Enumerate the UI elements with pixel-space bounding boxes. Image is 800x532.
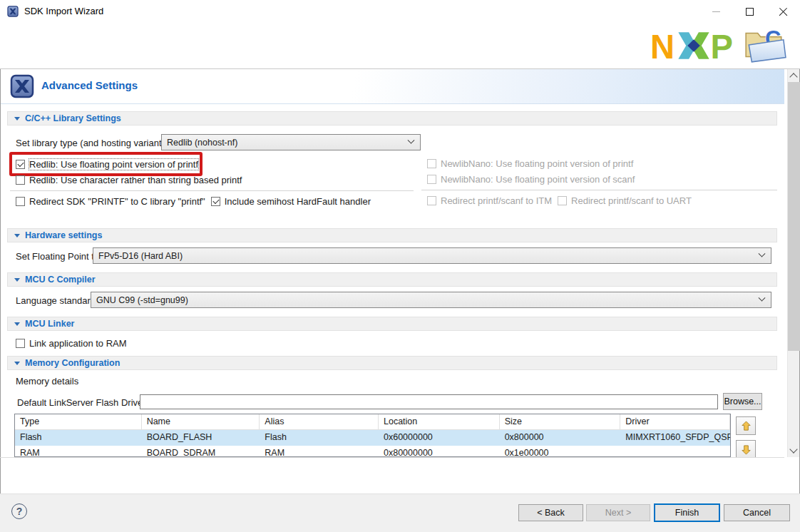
table-cell: 0x80000000 (379, 446, 500, 457)
flash-driver-label: Default LinkServer Flash Driver (17, 397, 146, 408)
checkbox-label-semihost-hardfault: Include semihost HardFault handler (225, 196, 371, 207)
table-cell (620, 446, 730, 457)
mcuxpresso-app-icon (7, 6, 19, 17)
c-folder-icon: C (743, 24, 787, 66)
column-header-size[interactable]: Size (500, 414, 621, 429)
table-cell: 0x1e00000 (500, 446, 621, 457)
table-cell: 0x800000 (500, 430, 621, 446)
checkbox-label-redirect-sdk-printf: Redirect SDK "PRINTF" to C library "prin… (29, 196, 205, 207)
divider (0, 457, 784, 458)
column-header-location[interactable]: Location (379, 414, 500, 429)
checkbox-label-newlibnano-float-printf: NewlibNano: Use floating point version o… (441, 158, 633, 169)
checkbox-label-redirect-itm: Redirect printf/scanf to ITM (441, 195, 552, 206)
checkbox-label-redirect-uart: Redirect printf/scanf to UART (571, 195, 692, 206)
titlebar: SDK Import Wizard (0, 0, 800, 23)
back-button[interactable]: < Back (518, 504, 583, 521)
scroll-up-icon[interactable] (789, 73, 797, 81)
nxp-logo: N P (652, 27, 736, 64)
library-type-label: Set library type (and hosting variant) (16, 138, 165, 148)
library-type-select[interactable]: Redlib (nohost-nf) (161, 134, 421, 150)
checkbox-redirect-sdk-printf[interactable] (16, 197, 25, 206)
checkbox-row-link-to-ram: Link application to RAM (16, 336, 127, 350)
vertical-scrollbar[interactable] (787, 69, 799, 457)
section-title: C/C++ Library Settings (25, 113, 121, 123)
chevron-down-icon (759, 250, 766, 257)
column-header-type[interactable]: Type (15, 414, 142, 429)
collapse-triangle-icon (14, 278, 20, 282)
scroll-down-icon[interactable] (789, 445, 797, 453)
section-hardware-settings[interactable]: Hardware settings (7, 228, 777, 242)
table-cell: RAM (260, 446, 379, 457)
checkbox-label-newlibnano-float-scanf: NewlibNano: Use floating point version o… (441, 174, 635, 185)
table-cell: RAM (15, 446, 142, 457)
checkbox-newlibnano-float-scanf (427, 175, 436, 184)
banner: N P C (0, 23, 800, 68)
memory-table-header: TypeNameAliasLocationSizeDriver (15, 414, 730, 430)
checkbox-row-newlibnano-float-scanf: NewlibNano: Use floating point version o… (427, 172, 635, 186)
table-row[interactable]: FlashBOARD_FLASHFlash0x600000000x800000M… (15, 430, 730, 446)
arrow-up-icon (741, 421, 752, 431)
next-button: Next > (586, 504, 650, 521)
table-cell: Flash (15, 430, 142, 446)
section-title: Hardware settings (25, 230, 102, 240)
language-standard-value: GNU C99 (-std=gnu99) (96, 295, 188, 305)
separator (421, 190, 777, 190)
finish-button[interactable]: Finish (654, 503, 720, 522)
section-title: MCU Linker (25, 319, 74, 329)
chevron-down-icon (408, 137, 415, 144)
checkbox-redlib-char-printf[interactable] (16, 175, 25, 185)
checkbox-link-to-ram[interactable] (16, 339, 25, 348)
table-cell: BOARD_SDRAM (142, 446, 260, 457)
nxp-letter-x-icon (678, 32, 709, 58)
close-icon (779, 7, 788, 16)
help-icon: ? (16, 506, 23, 517)
checkbox-row-semihost-hardfault: Include semihost HardFault handler (211, 194, 371, 208)
help-button[interactable]: ? (11, 503, 27, 519)
checkbox-row-newlibnano-float-printf: NewlibNano: Use floating point version o… (427, 156, 633, 170)
fpu-select[interactable]: FPv5-D16 (Hard ABI) (93, 247, 771, 264)
sdk-import-wizard-window: SDK Import Wizard N P C (0, 0, 800, 532)
wizard-header: Advanced Settings (1, 69, 784, 104)
library-type-value: Redlib (nohost-nf) (167, 138, 237, 148)
checkbox-redirect-uart (558, 196, 567, 205)
section-mcu-c-compiler[interactable]: MCU C Compiler (7, 272, 777, 287)
checkbox-row-redlib-float-printf: Redlib: Use floating point version of pr… (16, 157, 198, 171)
close-button[interactable] (766, 0, 800, 23)
checkbox-redlib-float-printf[interactable] (16, 160, 25, 169)
checkbox-label-link-to-ram: Link application to RAM (29, 338, 127, 349)
advanced-settings-icon (10, 74, 34, 98)
footer: ? < Back Next > Finish Cancel (0, 493, 800, 532)
checkbox-row-redlib-char-printf: Redlib: Use character rather than string… (16, 173, 242, 187)
checkbox-row-redirect-sdk-printf: Redirect SDK "PRINTF" to C library "prin… (16, 194, 205, 208)
nxp-letter-n: N (652, 28, 675, 64)
minimize-button[interactable] (699, 0, 733, 23)
column-header-alias[interactable]: Alias (260, 414, 379, 429)
language-standard-select[interactable]: GNU C99 (-std=gnu99) (91, 292, 771, 308)
section-library-settings[interactable]: C/C++ Library Settings (7, 111, 777, 126)
column-header-driver[interactable]: Driver (620, 414, 730, 429)
cancel-button[interactable]: Cancel (724, 504, 790, 521)
table-row[interactable]: RAMBOARD_SDRAMRAM0x800000000x1e00000 (15, 446, 730, 457)
memory-table-body: FlashBOARD_FLASHFlash0x600000000x800000M… (15, 430, 730, 457)
checkbox-semihost-hardfault[interactable] (211, 197, 220, 206)
flash-driver-input[interactable] (140, 394, 718, 409)
table-cell: Flash (260, 430, 379, 446)
column-header-name[interactable]: Name (142, 414, 260, 429)
table-cell: 0x60000000 (379, 430, 500, 446)
checkbox-label-redlib-float-printf: Redlib: Use floating point version of pr… (29, 159, 198, 170)
section-title: MCU C Compiler (25, 275, 96, 285)
move-down-button[interactable] (736, 440, 756, 457)
section-memory-configuration[interactable]: Memory Configuration (7, 356, 777, 370)
minimize-icon (712, 11, 720, 12)
move-up-button[interactable] (736, 416, 756, 435)
collapse-triangle-icon (14, 362, 20, 365)
section-mcu-linker[interactable]: MCU Linker (7, 317, 777, 331)
collapse-triangle-icon (14, 322, 20, 326)
table-cell: BOARD_FLASH (142, 430, 260, 446)
scrollbar-thumb[interactable] (788, 82, 800, 351)
language-standard-label: Language standard (16, 295, 96, 306)
browse-button[interactable]: Browse... (723, 393, 762, 410)
nxp-letter-p: P (711, 28, 733, 64)
maximize-button[interactable] (733, 0, 766, 23)
table-cell: MIMXRT1060_SFDP_QSPI.cfx (620, 430, 730, 446)
